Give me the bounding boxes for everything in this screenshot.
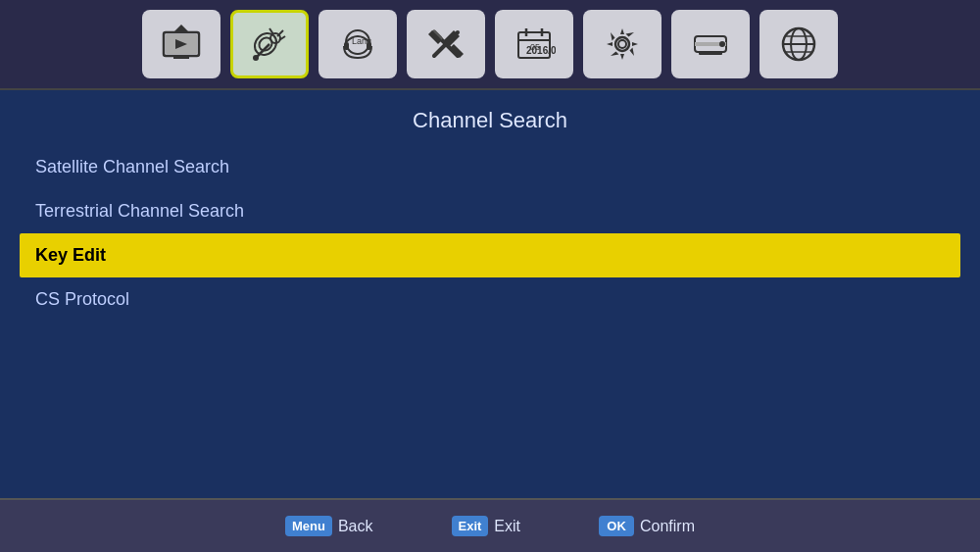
menu-item-terrestrial-search[interactable]: Terrestrial Channel Search <box>20 189 960 233</box>
menu-list: Satellite Channel Search Terrestrial Cha… <box>0 145 980 322</box>
bottom-bar: Menu Back Exit Exit OK Confirm <box>0 498 980 552</box>
menu-item-satellite-search[interactable]: Satellite Channel Search <box>20 145 960 189</box>
nav-icon-satellite[interactable] <box>230 10 309 78</box>
svg-point-27 <box>619 41 625 47</box>
nav-icon-tools[interactable] <box>407 10 485 78</box>
top-nav: Lang 2016/07 05 <box>0 0 980 90</box>
nav-icon-network[interactable] <box>760 10 838 78</box>
svg-marker-2 <box>173 25 189 32</box>
svg-rect-1 <box>173 56 189 59</box>
menu-badge: Menu <box>285 516 332 536</box>
svg-text:05: 05 <box>530 42 540 52</box>
ok-badge: OK <box>599 516 634 536</box>
exit-button[interactable]: Exit Exit <box>452 516 521 536</box>
svg-point-8 <box>253 55 259 61</box>
svg-rect-31 <box>699 52 722 55</box>
svg-point-30 <box>719 41 725 47</box>
nav-icon-storage[interactable] <box>671 10 750 78</box>
confirm-label: Confirm <box>640 518 695 535</box>
nav-icon-settings[interactable] <box>583 10 662 78</box>
screen: Lang 2016/07 05 <box>0 0 980 552</box>
menu-back-button[interactable]: Menu Back <box>285 516 373 536</box>
menu-item-key-edit[interactable]: Key Edit <box>20 233 960 277</box>
menu-item-cs-protocol[interactable]: CS Protocol <box>20 277 960 322</box>
svg-text:Lang: Lang <box>352 36 371 46</box>
section-title: Channel Search <box>0 90 980 145</box>
nav-icon-calendar[interactable]: 2016/07 05 <box>495 10 573 78</box>
exit-badge: Exit <box>452 516 489 536</box>
exit-label: Exit <box>494 518 520 535</box>
back-label: Back <box>338 518 373 535</box>
nav-icon-language[interactable]: Lang <box>318 10 397 78</box>
ok-confirm-button[interactable]: OK Confirm <box>599 516 695 536</box>
main-content: Channel Search Satellite Channel Search … <box>0 90 980 498</box>
nav-icon-tv[interactable] <box>142 10 220 78</box>
